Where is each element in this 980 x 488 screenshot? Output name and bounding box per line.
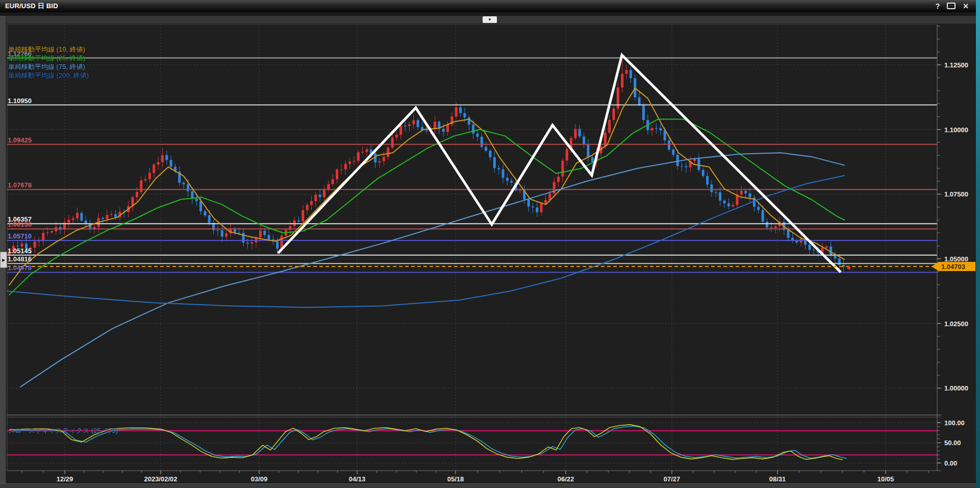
time-axis-label: 07/27	[664, 475, 681, 483]
price-level-label: 1.05710	[8, 232, 32, 240]
price-level-label: 1.04816	[8, 255, 32, 263]
stoch-axis-label: 50.00	[944, 439, 961, 447]
legend-sma-25[interactable]: 単純移動平均線 (25, 終値)	[8, 54, 89, 62]
current-price-tag-label: 1.04703	[941, 263, 965, 271]
plot-background	[7, 25, 937, 471]
price-axis-label: 1.12500	[944, 61, 968, 69]
time-axis-label: 06/22	[558, 475, 574, 483]
legend-sma-200[interactable]: 単純移動平均線 (200, 終値)	[8, 71, 89, 80]
time-axis-label: 08/31	[769, 475, 786, 483]
price-level-label: 1.10950	[8, 97, 32, 105]
chart-window: EUR/USD 日 BID ? ✕ ▼ ▶ 1.125001.100001.07…	[0, 0, 980, 488]
price-level-label: 1.07678	[8, 181, 32, 189]
legend-sma-75[interactable]: 単純移動平均線 (75, 終値)	[8, 62, 89, 71]
price-axis-label: 1.02500	[944, 320, 968, 328]
last-price-marker	[847, 266, 850, 270]
legend-stochastics[interactable]: スローストキャスティクス (25, 3, 3)	[8, 426, 118, 435]
bottom-edge-strip	[0, 483, 976, 488]
time-axis-label: 04/13	[349, 475, 366, 483]
price-level-label: 1.09425	[8, 136, 32, 144]
time-axis-label: 2023/02/02	[144, 475, 177, 483]
price-level-label: 1.05145	[8, 247, 32, 255]
time-axis-label: 12/29	[57, 475, 73, 483]
indicator-legend: 単純移動平均線 (10, 終値) 単純移動平均線 (25, 終値) 単純移動平均…	[8, 45, 89, 80]
price-axis-label: 1.07500	[944, 190, 968, 198]
stoch-axis-label: 100.00	[944, 419, 965, 427]
price-axis-label: 1.00000	[944, 384, 968, 392]
price-axis-label: 1.10000	[944, 126, 968, 134]
stoch-axis-label: 0.00	[944, 459, 957, 467]
time-axis-label: 03/09	[251, 475, 268, 483]
chart-canvas[interactable]: 1.125001.100001.075001.050001.025001.000…	[0, 0, 980, 488]
price-axis-label: 1.05000	[944, 255, 968, 263]
legend-sma-10[interactable]: 単純移動平均線 (10, 終値)	[8, 45, 89, 54]
price-level-label: 1.04478	[8, 264, 32, 272]
time-axis-label: 10/05	[877, 475, 894, 483]
time-axis-label: 05/18	[447, 475, 464, 483]
right-edge-accent-strip	[976, 0, 980, 488]
price-level-label: 1.06156	[8, 221, 32, 228]
